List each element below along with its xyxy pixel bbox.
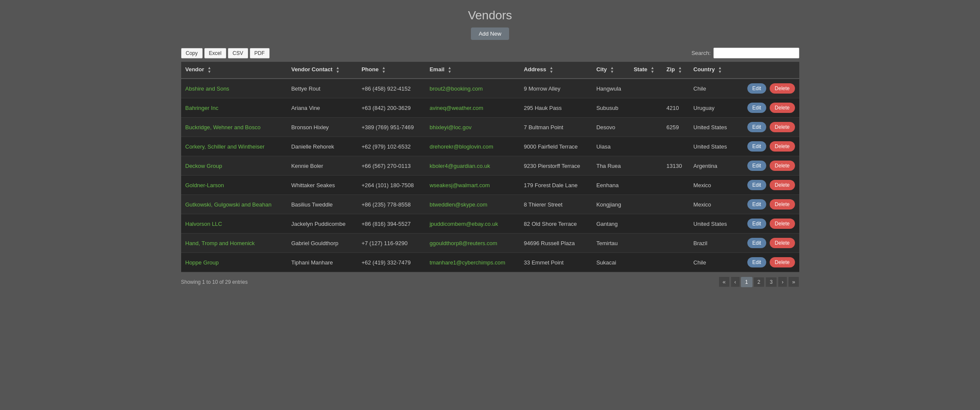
add-new-button[interactable]: Add New <box>471 27 509 40</box>
cell-email: tmanhare1@cyberchimps.com <box>425 253 520 272</box>
cell-vendor: Corkery, Schiller and Wintheiser <box>181 137 287 156</box>
vendor-name-link[interactable]: Deckow Group <box>185 163 222 169</box>
email-link[interactable]: bhixleyi@loc.gov <box>430 124 472 131</box>
page-title: Vendors <box>181 9 799 22</box>
cell-vendor_contact: Bettye Rout <box>287 79 357 98</box>
edit-button[interactable]: Edit <box>747 219 767 229</box>
table-row: Goldner-LarsonWhittaker Seakes+264 (101)… <box>181 176 799 195</box>
pagination-next[interactable]: › <box>778 276 787 287</box>
email-link[interactable]: drehorekr@bloglovin.com <box>430 143 493 150</box>
export-buttons: Copy Excel CSV PDF <box>181 48 270 58</box>
edit-button[interactable]: Edit <box>747 238 767 248</box>
excel-button[interactable]: Excel <box>204 48 226 58</box>
cell-zip <box>662 253 689 272</box>
search-input[interactable] <box>713 48 799 58</box>
delete-button[interactable]: Delete <box>770 161 795 171</box>
email-link[interactable]: jpuddicombem@ebay.co.uk <box>430 221 498 227</box>
col-address[interactable]: Address ▲▼ <box>519 62 592 79</box>
col-vendor-contact[interactable]: Vendor Contact ▲▼ <box>287 62 357 79</box>
edit-button[interactable]: Edit <box>747 161 767 171</box>
edit-button[interactable]: Edit <box>747 257 767 267</box>
pagination-page-3[interactable]: 3 <box>765 277 777 287</box>
edit-button[interactable]: Edit <box>747 141 767 152</box>
pdf-button[interactable]: PDF <box>250 48 270 58</box>
table-row: Hand, Tromp and HomenickGabriel Gouldtho… <box>181 234 799 253</box>
cell-city: Sukacai <box>592 253 629 272</box>
pagination-prev[interactable]: ‹ <box>731 276 740 287</box>
edit-button[interactable]: Edit <box>747 83 767 94</box>
table-row: Gutkowski, Gulgowski and BeahanBasilius … <box>181 195 799 214</box>
vendor-name-link[interactable]: Corkery, Schiller and Wintheiser <box>185 143 265 150</box>
cell-city: Temirtau <box>592 234 629 253</box>
sort-arrows-email: ▲▼ <box>448 66 452 74</box>
delete-button[interactable]: Delete <box>770 219 795 229</box>
edit-button[interactable]: Edit <box>747 122 767 132</box>
col-email[interactable]: Email ▲▼ <box>425 62 520 79</box>
delete-button[interactable]: Delete <box>770 141 795 152</box>
cell-address: 33 Emmet Point <box>519 253 592 272</box>
copy-button[interactable]: Copy <box>181 48 203 58</box>
email-link[interactable]: avineq@weather.com <box>430 105 483 111</box>
col-phone[interactable]: Phone ▲▼ <box>357 62 425 79</box>
email-link[interactable]: brout2@booking.com <box>430 85 483 92</box>
col-vendor[interactable]: Vendor ▲▼ <box>181 62 287 79</box>
cell-country: Chile <box>689 253 736 272</box>
actions-cell: Edit Delete <box>736 214 799 234</box>
actions-cell: Edit Delete <box>736 253 799 272</box>
sort-arrows-phone: ▲▼ <box>382 66 386 74</box>
cell-email: ggouldthorp8@reuters.com <box>425 234 520 253</box>
edit-button[interactable]: Edit <box>747 103 767 113</box>
pagination-page-2[interactable]: 2 <box>753 277 765 287</box>
cell-country: United States <box>689 137 736 156</box>
cell-phone: +66 (567) 270-0113 <box>357 156 425 176</box>
search-label: Search: <box>692 50 711 56</box>
vendor-name-link[interactable]: Abshire and Sons <box>185 85 230 92</box>
email-link[interactable]: kboler4@guardian.co.uk <box>430 163 490 169</box>
delete-button[interactable]: Delete <box>770 83 795 94</box>
delete-button[interactable]: Delete <box>770 257 795 267</box>
vendor-name-link[interactable]: Hoppe Group <box>185 259 219 266</box>
pagination-page-1[interactable]: 1 <box>741 277 752 287</box>
vendor-name-link[interactable]: Hand, Tromp and Homenick <box>185 240 255 246</box>
cell-zip <box>662 195 689 214</box>
vendor-name-link[interactable]: Bahringer Inc <box>185 105 218 111</box>
delete-button[interactable]: Delete <box>770 103 795 113</box>
pagination-last[interactable]: » <box>788 276 799 287</box>
vendor-name-link[interactable]: Goldner-Larson <box>185 182 224 188</box>
cell-email: avineq@weather.com <box>425 98 520 118</box>
cell-vendor: Buckridge, Wehner and Bosco <box>181 118 287 137</box>
cell-city: Tha Ruea <box>592 156 629 176</box>
vendor-name-link[interactable]: Buckridge, Wehner and Bosco <box>185 124 261 131</box>
delete-button[interactable]: Delete <box>770 238 795 248</box>
col-actions <box>736 62 799 79</box>
col-zip[interactable]: Zip ▲▼ <box>662 62 689 79</box>
email-link[interactable]: tmanhare1@cyberchimps.com <box>430 259 505 266</box>
cell-phone: +62 (419) 332-7479 <box>357 253 425 272</box>
delete-button[interactable]: Delete <box>770 199 795 210</box>
table-row: Bahringer IncAriana Vine+63 (842) 200-36… <box>181 98 799 118</box>
col-city[interactable]: City ▲▼ <box>592 62 629 79</box>
cell-state <box>629 234 662 253</box>
pagination-first[interactable]: « <box>719 276 729 287</box>
cell-email: wseakesj@walmart.com <box>425 176 520 195</box>
delete-button[interactable]: Delete <box>770 122 795 132</box>
cell-phone: +7 (127) 116-9290 <box>357 234 425 253</box>
vendor-name-link[interactable]: Halvorson LLC <box>185 221 222 227</box>
col-country[interactable]: Country ▲▼ <box>689 62 736 79</box>
vendors-table: Vendor ▲▼ Vendor Contact ▲▼ Phone ▲▼ Ema… <box>181 62 799 272</box>
cell-vendor_contact: Bronson Hixley <box>287 118 357 137</box>
email-link[interactable]: ggouldthorp8@reuters.com <box>430 240 498 246</box>
email-link[interactable]: btweddlen@skype.com <box>430 201 488 208</box>
edit-button[interactable]: Edit <box>747 180 767 190</box>
cell-phone: +86 (458) 922-4152 <box>357 79 425 98</box>
edit-button[interactable]: Edit <box>747 199 767 210</box>
cell-address: 8 Thierer Street <box>519 195 592 214</box>
email-link[interactable]: wseakesj@walmart.com <box>430 182 490 188</box>
vendor-name-link[interactable]: Gutkowski, Gulgowski and Beahan <box>185 201 272 208</box>
delete-button[interactable]: Delete <box>770 180 795 190</box>
actions-cell: Edit Delete <box>736 176 799 195</box>
col-state[interactable]: State ▲▼ <box>629 62 662 79</box>
cell-vendor_contact: Tiphani Manhare <box>287 253 357 272</box>
csv-button[interactable]: CSV <box>228 48 248 58</box>
sort-arrows-address: ▲▼ <box>549 66 553 74</box>
